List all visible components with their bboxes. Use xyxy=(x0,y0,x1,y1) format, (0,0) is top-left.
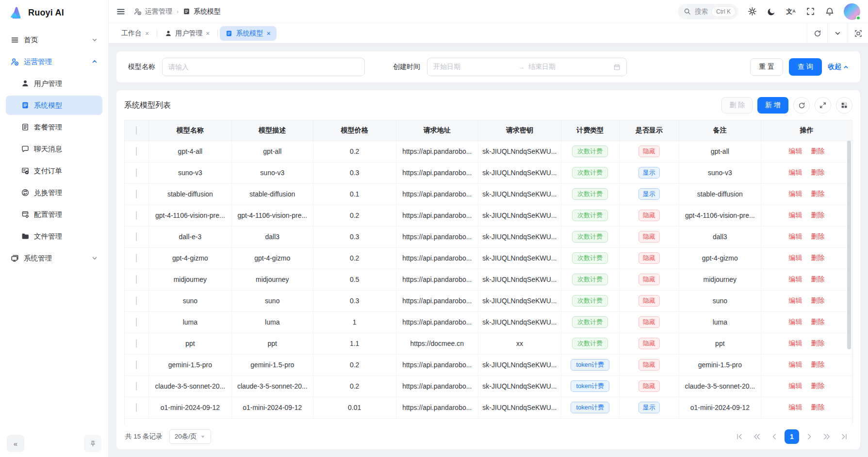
table-scrollbar[interactable] xyxy=(847,141,851,349)
edit-link[interactable]: 编辑 xyxy=(789,168,802,176)
notifications-bell-icon[interactable] xyxy=(824,6,835,17)
delete-link[interactable]: 删除 xyxy=(811,147,824,155)
edit-link[interactable]: 编辑 xyxy=(789,382,802,390)
chevron-down-icon[interactable] xyxy=(827,23,848,43)
row-checkbox[interactable] xyxy=(136,147,137,156)
back-pages-button[interactable] xyxy=(750,429,764,444)
edit-link[interactable]: 编辑 xyxy=(789,403,802,411)
hamburger-icon[interactable] xyxy=(116,7,125,16)
row-checkbox[interactable] xyxy=(136,275,137,284)
request-url-cell: https://api.pandarobo... xyxy=(396,226,478,247)
tab-workbench[interactable]: 工作台 × xyxy=(115,26,155,41)
last-page-button[interactable] xyxy=(837,429,852,444)
row-checkbox[interactable] xyxy=(136,318,137,326)
settings-gear-icon[interactable] xyxy=(747,6,757,17)
edit-link[interactable]: 编辑 xyxy=(789,296,802,304)
language-translate-icon[interactable]: 文A xyxy=(786,6,796,17)
billing-type-cell: token计费 xyxy=(561,397,619,418)
query-button[interactable]: 查 询 xyxy=(789,58,822,76)
maximize-icon[interactable] xyxy=(848,23,868,43)
row-checkbox[interactable] xyxy=(136,382,137,391)
row-checkbox[interactable] xyxy=(136,360,137,369)
edit-link[interactable]: 编辑 xyxy=(789,232,802,240)
row-checkbox[interactable] xyxy=(136,403,137,412)
date-range-picker[interactable]: 开始日期 → 结束日期 xyxy=(427,58,627,76)
dark-mode-moon-icon[interactable] xyxy=(766,6,777,17)
refresh-icon[interactable] xyxy=(807,23,827,43)
select-all-checkbox[interactable] xyxy=(136,126,137,135)
sidebar-item-chat-messages[interactable]: 聊天消息 xyxy=(6,139,102,159)
sidebar-item-operations[interactable]: 运营管理 xyxy=(6,52,102,71)
edit-link[interactable]: 编辑 xyxy=(789,147,802,155)
fullscreen-icon[interactable] xyxy=(805,6,816,17)
first-page-button[interactable] xyxy=(732,429,747,444)
delete-link[interactable]: 删除 xyxy=(811,339,824,347)
forward-pages-button[interactable] xyxy=(819,429,834,444)
row-checkbox[interactable] xyxy=(136,339,137,348)
edit-link[interactable]: 编辑 xyxy=(789,318,802,326)
close-icon[interactable]: × xyxy=(145,30,149,37)
sidebar-footer: « xyxy=(0,430,108,457)
row-checkbox[interactable] xyxy=(136,254,137,262)
delete-link[interactable]: 删除 xyxy=(811,190,824,197)
row-checkbox[interactable] xyxy=(136,190,137,198)
edit-link[interactable]: 编辑 xyxy=(789,254,802,261)
row-checkbox[interactable] xyxy=(136,168,137,177)
sidebar-item-exchange-management[interactable]: 兑换管理 xyxy=(6,183,102,202)
delete-link[interactable]: 删除 xyxy=(811,232,824,240)
sidebar-item-system-management[interactable]: 系统管理 xyxy=(6,248,102,268)
sidebar-item-file-management[interactable]: 文件管理 xyxy=(6,227,102,246)
sidebar-item-label: 用户管理 xyxy=(34,79,62,88)
remark-cell: midjourney xyxy=(679,269,761,290)
delete-link[interactable]: 删除 xyxy=(811,360,824,368)
delete-link[interactable]: 删除 xyxy=(811,254,824,261)
table-columns-button[interactable] xyxy=(836,97,852,114)
delete-link[interactable]: 删除 xyxy=(811,318,824,326)
sidebar-item-system-models[interactable]: 系统模型 xyxy=(6,96,102,115)
delete-link[interactable]: 删除 xyxy=(811,382,824,390)
collapse-link[interactable]: 收起 xyxy=(828,63,849,71)
table-wrapper: 模型名称 模型描述 模型价格 请求地址 请求密钥 计费类型 是否显示 备注 操作 xyxy=(124,120,852,424)
page-size-select[interactable]: 20条/页 xyxy=(169,429,211,444)
delete-link[interactable]: 删除 xyxy=(811,296,824,304)
user-avatar[interactable] xyxy=(844,3,860,20)
row-checkbox-cell xyxy=(125,311,148,333)
close-icon[interactable]: × xyxy=(206,30,210,37)
delete-link[interactable]: 删除 xyxy=(811,211,824,219)
sidebar-item-plan-management[interactable]: 套餐管理 xyxy=(6,117,102,137)
edit-link[interactable]: 编辑 xyxy=(789,190,802,197)
sidebar-item-payment-orders[interactable]: 支付订单 xyxy=(6,161,102,180)
row-checkbox[interactable] xyxy=(136,232,137,241)
global-search[interactable]: 搜索 Ctrl K xyxy=(678,4,738,19)
brand[interactable]: Ruoyi AI xyxy=(0,0,108,25)
next-page-button[interactable] xyxy=(802,429,817,444)
sidebar-collapse-button[interactable]: « xyxy=(7,435,24,452)
model-name-input[interactable] xyxy=(162,58,365,76)
breadcrumb-parent[interactable]: 运营管理 xyxy=(145,7,172,16)
reset-button[interactable]: 重 置 xyxy=(750,58,783,76)
current-page[interactable]: 1 xyxy=(785,429,799,444)
prev-page-button[interactable] xyxy=(767,429,782,444)
row-checkbox[interactable] xyxy=(136,296,137,305)
delete-link[interactable]: 删除 xyxy=(811,275,824,283)
table-row: suno suno 0.3 https://api.pandarobo... s… xyxy=(125,290,852,311)
delete-link[interactable]: 删除 xyxy=(811,403,824,411)
delete-button[interactable]: 删 除 xyxy=(721,97,753,114)
sidebar-pin-button[interactable] xyxy=(84,435,101,452)
sidebar-item-user-management[interactable]: 用户管理 xyxy=(6,74,102,93)
tab-system-models[interactable]: 系统模型 × xyxy=(220,26,276,41)
edit-link[interactable]: 编辑 xyxy=(789,211,802,219)
delete-link[interactable]: 删除 xyxy=(811,168,824,176)
edit-link[interactable]: 编辑 xyxy=(789,339,802,347)
table-refresh-button[interactable] xyxy=(793,97,810,114)
close-icon[interactable]: × xyxy=(266,30,270,37)
sidebar-item-home[interactable]: 首页 xyxy=(6,30,102,49)
sidebar-item-config-management[interactable]: 配置管理 xyxy=(6,205,102,224)
tab-user-management[interactable]: 用户管理 × xyxy=(159,26,215,41)
edit-link[interactable]: 编辑 xyxy=(789,275,802,283)
row-checkbox[interactable] xyxy=(136,211,137,220)
table-fullscreen-button[interactable] xyxy=(815,97,831,114)
request-url-cell: https://api.pandarobo... xyxy=(396,311,478,333)
add-button[interactable]: 新 增 xyxy=(757,97,788,114)
edit-link[interactable]: 编辑 xyxy=(789,360,802,368)
